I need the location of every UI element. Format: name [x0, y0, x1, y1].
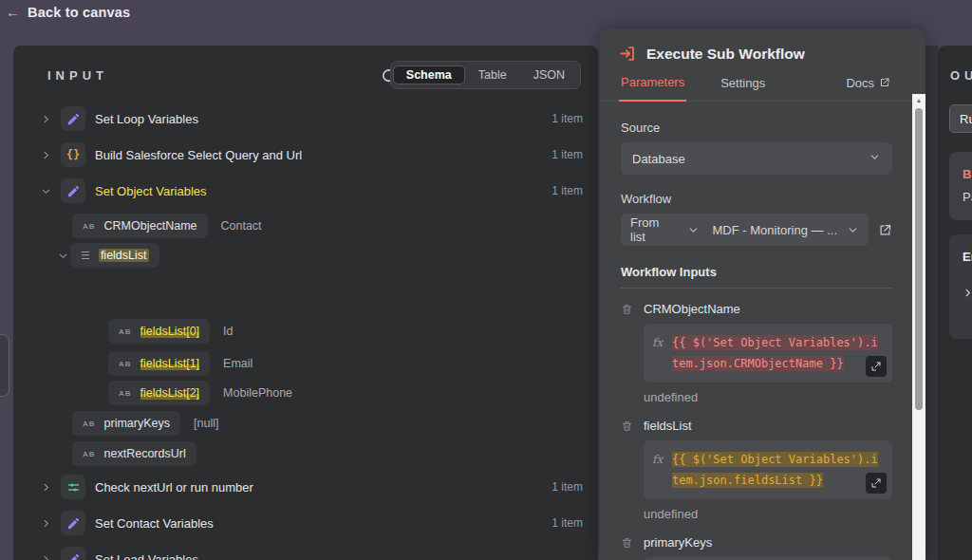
error-title: Ba — [963, 167, 972, 181]
item-count: 1 item — [551, 112, 583, 125]
chevron-down-icon — [869, 151, 881, 166]
string-type-badge: AB — [83, 222, 96, 231]
sub-workflow-icon — [619, 45, 637, 63]
tree-field-fieldslist[interactable]: ☰ fieldsList — [13, 241, 598, 270]
input-name: primaryKeys — [644, 535, 892, 550]
expression-field[interactable]: fx {{ $('Set Object Variables').item.jso… — [644, 324, 892, 383]
run-button[interactable]: Run — [949, 104, 972, 133]
workflow-value: MDF - Monitoring — ... — [713, 223, 837, 237]
item-count: 1 item — [551, 480, 583, 494]
field-key: CRMObjectName — [104, 219, 197, 233]
tab-parameters[interactable]: Parameters — [619, 75, 686, 102]
tree-node-check-nexturl[interactable]: Check nextUrl or run number 1 item — [13, 473, 598, 501]
chevron-down-icon — [847, 224, 859, 236]
workflow-input-primarykeys: primaryKeys fx {{ $('Set Object Variable… — [621, 535, 892, 560]
chevron-right-icon[interactable] — [38, 482, 53, 493]
node-detail-modal: Execute Sub Workflow Parameters Settings… — [600, 28, 925, 560]
error-section-title: Err — [963, 250, 972, 264]
open-workflow-icon[interactable] — [878, 223, 892, 237]
chevron-right-icon[interactable] — [963, 285, 972, 302]
tree-node-set-object-variables[interactable]: Set Object Variables 1 item — [13, 177, 598, 205]
tab-docs[interactable]: Docs — [844, 76, 892, 101]
scrollbar-up-arrow[interactable]: ▲ — [912, 94, 925, 106]
expression-code: {{ $('Set Object Variables').item.json.f… — [672, 452, 878, 488]
tree-node-label: Build Salesforce Select Query and Url — [95, 148, 302, 162]
input-name: CRMObjectName — [644, 302, 892, 316]
chevron-right-icon[interactable] — [38, 518, 53, 529]
pencil-icon — [61, 106, 85, 131]
tree-node-label: Check nextUrl or run number — [95, 480, 253, 495]
pencil-icon — [61, 511, 85, 535]
trash-icon[interactable] — [621, 303, 633, 320]
tree-node-build-salesforce-query[interactable]: {} Build Salesforce Select Query and Url… — [13, 140, 598, 169]
workflow-selector[interactable]: From list MDF - Monitoring — ... — [621, 214, 869, 246]
field-value: Contact — [221, 219, 262, 233]
fx-icon: fx — [652, 336, 663, 349]
panel-gap — [925, 46, 938, 560]
app-window: ← Back to canvas INPUT Schema Table JSON… — [0, 0, 972, 560]
tree-node-set-lead-variables[interactable]: Set Lead Variables — [13, 545, 598, 560]
trash-icon[interactable] — [621, 420, 633, 437]
back-arrow-icon: ← — [6, 4, 20, 20]
item-count: 1 item — [551, 516, 583, 530]
string-type-badge: AB — [119, 327, 132, 336]
workflow-mode-select[interactable]: From list — [630, 215, 713, 244]
field-value: Email — [223, 357, 252, 370]
field-pill[interactable]: AB CRMObjectName — [72, 214, 208, 238]
expand-expression-icon[interactable] — [866, 356, 887, 377]
field-key-highlighted: fieldsList[1] — [140, 357, 200, 370]
chevron-down-icon[interactable] — [55, 251, 70, 261]
pencil-icon — [61, 178, 85, 203]
pencil-icon — [61, 547, 85, 560]
tree-field-fieldslist-1[interactable]: AB fieldsList[1] Email — [13, 349, 598, 378]
braces-icon: {} — [61, 142, 85, 167]
field-pill[interactable]: AB fieldsList[1] — [108, 351, 210, 376]
chevron-down-icon[interactable] — [38, 186, 53, 196]
string-type-badge: AB — [119, 360, 132, 368]
input-panel-title: INPUT — [47, 68, 108, 83]
fx-icon: fx — [652, 453, 663, 466]
docs-label: Docs — [846, 76, 874, 90]
input-name: fieldsList — [644, 419, 892, 433]
spacer — [13, 427, 598, 456]
field-pill[interactable]: ☰ fieldsList — [70, 243, 159, 268]
expression-result: undefined — [644, 507, 892, 521]
tab-schema[interactable]: Schema — [393, 65, 465, 84]
source-label: Source — [621, 121, 892, 135]
tree-field-fieldslist-2[interactable]: AB fieldsList[2] MobilePhone — [13, 379, 598, 407]
field-key-highlighted: fieldsList[2] — [140, 386, 200, 400]
expression-result: undefined — [644, 390, 892, 404]
tab-settings[interactable]: Settings — [719, 76, 767, 101]
trash-icon[interactable] — [621, 536, 633, 553]
tree-node-set-loop-variables[interactable]: Set Loop Variables 1 item — [13, 104, 598, 133]
chevron-right-icon[interactable] — [38, 554, 53, 560]
back-label: Back to canvas — [28, 5, 130, 20]
back-to-canvas-button[interactable]: ← Back to canvas — [6, 4, 130, 20]
tree-node-label: Set Lead Variables — [95, 552, 198, 560]
expand-expression-icon[interactable] — [866, 473, 887, 494]
field-pill[interactable]: AB fieldsList[0] — [108, 319, 210, 344]
field-pill[interactable]: AB fieldsList[2] — [108, 381, 210, 405]
tree-field-fieldslist-0[interactable]: AB fieldsList[0] Id — [13, 317, 598, 345]
workflow-list-select[interactable]: MDF - Monitoring — ... — [713, 223, 859, 237]
tree-node-label: Set Contact Variables — [95, 516, 214, 531]
tree-node-set-contact-variables[interactable]: Set Contact Variables 1 item — [13, 509, 598, 537]
expression-code: {{ $('Set Object Variables').item.json.C… — [672, 335, 878, 371]
tree-field-crmobjectname[interactable]: AB CRMObjectName Contact — [13, 212, 598, 240]
field-key-highlighted: fieldsList — [99, 249, 149, 262]
collapsed-panel-handle[interactable] — [0, 334, 9, 397]
item-count: 1 item — [551, 148, 583, 161]
node-header: Execute Sub Workflow — [600, 28, 925, 63]
chevron-down-icon — [687, 224, 700, 236]
scrollbar-thumb[interactable] — [915, 108, 923, 410]
tab-table[interactable]: Table — [465, 65, 520, 84]
error-subtitle: Pa — [963, 190, 972, 204]
expression-field[interactable]: fx {{ $('Set Object Variables').item.jso… — [644, 440, 892, 499]
tab-json[interactable]: JSON — [520, 65, 578, 84]
source-select[interactable]: Database — [621, 142, 892, 175]
chevron-right-icon[interactable] — [38, 114, 53, 124]
list-icon: ☰ — [81, 251, 90, 261]
chevron-right-icon[interactable] — [38, 150, 53, 160]
field-value: MobilePhone — [223, 386, 292, 400]
scrollbar[interactable]: ▲ — [912, 94, 925, 560]
